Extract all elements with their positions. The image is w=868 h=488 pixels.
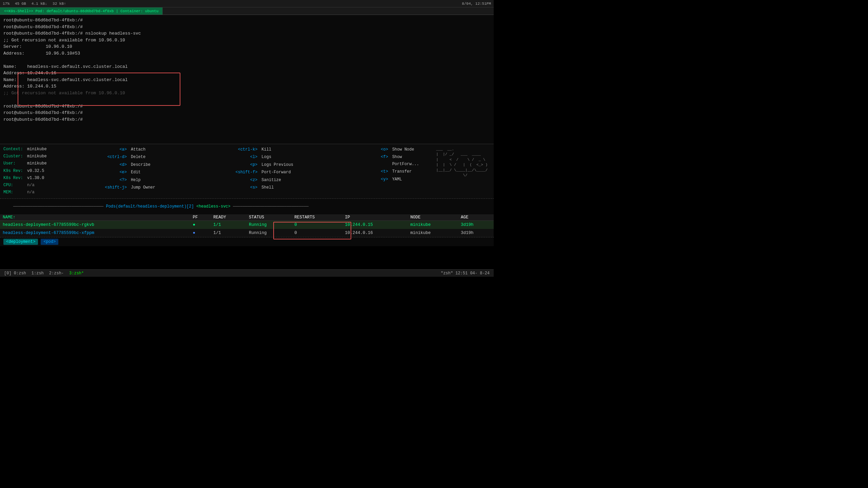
datetime: 8/04, 12:51PM bbox=[462, 2, 491, 6]
terminal-line: root@ubuntu-86d6bd7bd-4f8xb:/# nslookup … bbox=[3, 30, 490, 37]
breadcrumb-deployment[interactable]: <deployment> bbox=[3, 239, 38, 245]
context-label: Context: bbox=[3, 146, 27, 153]
pod-ip: 10.244.0.15 bbox=[342, 221, 408, 229]
pod-ready: 1/1 bbox=[211, 229, 246, 237]
pods-title: ───────────────────────────────────── Po… bbox=[0, 199, 494, 214]
shortcut-action: Show PortForw... bbox=[392, 154, 431, 168]
cluster-value: minikube bbox=[27, 153, 47, 160]
shortcut-key: <o> bbox=[362, 146, 390, 153]
terminal-line bbox=[3, 57, 490, 63]
pod-ready: 1/1 bbox=[211, 221, 246, 229]
shortcut-key: <f> bbox=[362, 154, 390, 168]
shortcuts-col2: <ctrl-k> Kill <l> Logs <p> Logs Previous… bbox=[229, 146, 359, 196]
shortcut-key: <d> bbox=[101, 161, 128, 168]
user-value: minikube bbox=[27, 160, 47, 167]
terminal-line: root@ubuntu-86d6bd7bd-4f8xb:/# bbox=[3, 103, 490, 110]
tmux-session-1: 1:zsh bbox=[32, 271, 44, 276]
shortcut-action: Jump Owner bbox=[131, 184, 226, 191]
shortcut-action: Port-Forward bbox=[261, 169, 357, 176]
shortcut-action: Sanitize bbox=[261, 177, 357, 183]
cluster-label: Cluster: bbox=[3, 153, 27, 160]
cpu-label: CPU: bbox=[3, 182, 27, 189]
col-ip: IP bbox=[342, 214, 408, 221]
shortcut-key: <ctrl-d> bbox=[101, 154, 128, 160]
pod-status: Running bbox=[246, 229, 292, 237]
terminal-line: root@ubuntu-86d6bd7bd-4f8xb:/# bbox=[3, 110, 490, 116]
breadcrumb-pod[interactable]: <pod> bbox=[41, 239, 58, 245]
terminal-line: Name: headless-svc.default.svc.cluster.l… bbox=[3, 63, 490, 70]
table-row[interactable]: headless-deployment-67785599bc-rgkvb ● 1… bbox=[0, 221, 494, 229]
context-info: Context: minikube Cluster: minikube User… bbox=[3, 146, 98, 196]
tmux-session-3: 3:zsh* bbox=[69, 271, 84, 276]
shortcut-action: Help bbox=[131, 177, 226, 183]
shortcut-action: Transfer bbox=[392, 168, 431, 175]
terminal-line: root@ubuntu-86d6bd7bd-4f8xb:/# bbox=[3, 17, 490, 24]
k9srev-label: K9s Rev: bbox=[3, 168, 27, 174]
pod-name: headless-deployment-67785599bc-rgkvb bbox=[0, 221, 190, 229]
shortcut-key: <t> bbox=[362, 168, 390, 175]
shortcut-key: <s> bbox=[232, 184, 259, 191]
tab-bar: <<K9s-Shell>> Pod: default/ubuntu-86d6bd… bbox=[0, 7, 494, 15]
shortcut-key: <y> bbox=[362, 176, 390, 183]
shortcut-key: <ctrl-k> bbox=[232, 146, 259, 153]
terminal-line: root@ubuntu-86d6bd7bd-4f8xb:/# bbox=[3, 24, 490, 31]
shortcut-key: <shift-j> bbox=[101, 184, 128, 191]
pod-node: minikube bbox=[408, 221, 458, 229]
terminal-line: Name: headless-svc.default.svc.cluster.l… bbox=[3, 77, 490, 83]
shortcut-action: Show Node bbox=[392, 146, 431, 153]
terminal-line: ;; Got recursion not available from 10.9… bbox=[3, 37, 490, 44]
tmux-bar: [0] 0:zsh 1:zsh 2:zsh- 3:zsh* "zsh" 12:5… bbox=[0, 269, 494, 277]
col-status: STATUS bbox=[246, 214, 292, 221]
col-pf: PF bbox=[190, 214, 211, 221]
tmux-session-0: [0] 0:zsh bbox=[4, 271, 26, 276]
cpu-value: n/a bbox=[27, 182, 35, 189]
table-header-row: NAME↑ PF READY STATUS RESTARTS IP NODE A… bbox=[0, 214, 494, 221]
shortcut-key: <shift-f> bbox=[232, 169, 259, 176]
pod-pf: ● bbox=[190, 229, 211, 237]
terminal-line: Address: 10.244.0.16 bbox=[3, 70, 490, 77]
pod-node: minikube bbox=[408, 229, 458, 237]
terminal-line: Address: 10.244.0.15 bbox=[3, 83, 490, 90]
terminal-line bbox=[3, 96, 490, 103]
disk-usage: 45 GB bbox=[15, 2, 26, 6]
network-out: 32 kB↑ bbox=[53, 2, 66, 6]
pod-status: Running bbox=[246, 221, 292, 229]
shortcut-action: Logs Previous bbox=[261, 161, 357, 168]
pod-age: 3d19h bbox=[458, 229, 494, 237]
pods-section: ───────────────────────────────────── Po… bbox=[0, 198, 494, 237]
tmux-sessions: [0] 0:zsh 1:zsh 2:zsh- 3:zsh* bbox=[0, 271, 88, 276]
col-node: NODE bbox=[408, 214, 458, 221]
shortcut-action: Logs bbox=[261, 154, 357, 160]
pod-age: 3d19h bbox=[458, 221, 494, 229]
pods-table-container: NAME↑ PF READY STATUS RESTARTS IP NODE A… bbox=[0, 214, 494, 237]
shortcut-key: <?> bbox=[101, 177, 128, 183]
col-name: NAME↑ bbox=[0, 214, 190, 221]
tmux-session-2: 2:zsh- bbox=[49, 271, 64, 276]
shortcut-key: <z> bbox=[232, 177, 259, 183]
user-label: User: bbox=[3, 160, 27, 167]
shell-tab[interactable]: <<K9s-Shell>> Pod: default/ubuntu-86d6bd… bbox=[0, 7, 163, 15]
shortcut-key: <a> bbox=[101, 146, 128, 153]
shortcut-action: Delete bbox=[131, 154, 226, 160]
mem-label: MEM: bbox=[3, 189, 27, 196]
shortcut-action: Attach bbox=[131, 146, 226, 153]
terminal-line: Server: 10.96.0.10 bbox=[3, 43, 490, 50]
shortcut-action: Describe bbox=[131, 161, 226, 168]
network-in: 4.1 kB↓ bbox=[32, 2, 47, 6]
breadcrumb-bar: <deployment> <pod> bbox=[0, 237, 494, 246]
status-bar: 17% 45 GB 4.1 kB↓ 32 kB↑ 8/04, 12:51PM bbox=[0, 0, 494, 7]
ascii-art: ___ __.| |/ _/ ___ ____| < / \ / _ \| | … bbox=[436, 146, 488, 196]
shortcut-action: Edit bbox=[131, 169, 226, 176]
terminal-line: Address: 10.96.0.10#53 bbox=[3, 50, 490, 57]
k9srev-value: v0.32.5 bbox=[27, 168, 44, 174]
shortcut-key: <e> bbox=[101, 169, 128, 176]
k8srev-label: K8s Rev: bbox=[3, 175, 27, 181]
shortcut-action: Kill bbox=[261, 146, 357, 153]
info-panel: Context: minikube Cluster: minikube User… bbox=[0, 144, 494, 198]
pod-name: headless-deployment-67785599bc-xfppm bbox=[0, 229, 190, 237]
shortcut-action: YAML bbox=[392, 176, 431, 183]
table-row[interactable]: headless-deployment-67785599bc-xfppm ● 1… bbox=[0, 229, 494, 237]
tmux-right: "zsh" 12:51 04- 8-24 bbox=[441, 271, 494, 276]
shortcut-action: Shell bbox=[261, 184, 357, 191]
context-value: minikube bbox=[27, 146, 47, 153]
